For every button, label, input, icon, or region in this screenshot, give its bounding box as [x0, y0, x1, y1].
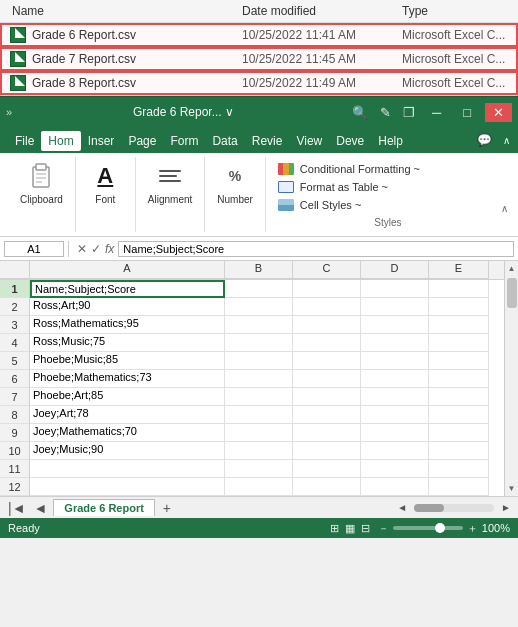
cell-c3[interactable]: [293, 316, 361, 334]
column-name-header[interactable]: Name: [8, 2, 238, 20]
menu-item-data[interactable]: Data: [205, 131, 244, 151]
file-row[interactable]: Grade 6 Report.csv 10/25/2022 11:41 AM M…: [0, 23, 518, 47]
row-number-2[interactable]: 2: [0, 298, 29, 316]
styles-expand-button[interactable]: ∧: [501, 203, 508, 214]
cell-e4[interactable]: [429, 334, 489, 352]
cell-b11[interactable]: [225, 460, 293, 478]
cell-e2[interactable]: [429, 298, 489, 316]
cell-b5[interactable]: [225, 352, 293, 370]
cell-e5[interactable]: [429, 352, 489, 370]
menu-item-view[interactable]: View: [289, 131, 329, 151]
search-icon[interactable]: 🔍: [349, 105, 371, 120]
status-icon-2[interactable]: ▦: [345, 522, 355, 535]
cell-d12[interactable]: [361, 478, 429, 496]
ribbon-collapse-icon[interactable]: ∧: [503, 135, 510, 146]
cell-c8[interactable]: [293, 406, 361, 424]
add-sheet-button[interactable]: +: [157, 500, 177, 516]
cell-styles-button[interactable]: Cell Styles ~: [274, 197, 502, 213]
formula-fx-label[interactable]: fx: [105, 242, 114, 256]
cell-e9[interactable]: [429, 424, 489, 442]
comment-icon[interactable]: 💬: [470, 130, 499, 150]
cell-b7[interactable]: [225, 388, 293, 406]
cell-a5[interactable]: Phoebe;Music;85: [30, 352, 225, 370]
zoom-slider[interactable]: [393, 526, 463, 530]
hscroll-thumb[interactable]: [414, 504, 444, 512]
cell-a8[interactable]: Joey;Art;78: [30, 406, 225, 424]
cell-b1[interactable]: [225, 280, 293, 298]
tab-nav-prev[interactable]: ◄: [30, 500, 52, 516]
cell-b3[interactable]: [225, 316, 293, 334]
zoom-thumb[interactable]: [435, 523, 445, 533]
maximize-button[interactable]: □: [455, 103, 479, 122]
row-number-8[interactable]: 8: [0, 406, 29, 424]
clipboard-button[interactable]: Clipboard: [16, 157, 67, 208]
formula-cross-icon[interactable]: ✕: [77, 242, 87, 256]
format-as-table-button[interactable]: Format as Table ~: [274, 179, 502, 195]
col-header-e[interactable]: E: [429, 261, 489, 279]
cell-c4[interactable]: [293, 334, 361, 352]
row-number-7[interactable]: 7: [0, 388, 29, 406]
restore-icon[interactable]: ❐: [400, 105, 418, 120]
status-icon-1[interactable]: ⊞: [330, 522, 339, 535]
menu-item-revie[interactable]: Revie: [245, 131, 290, 151]
cell-d7[interactable]: [361, 388, 429, 406]
minimize-button[interactable]: ─: [424, 103, 449, 122]
col-header-b[interactable]: B: [225, 261, 293, 279]
vertical-scrollbar[interactable]: ▲ ▼: [504, 261, 518, 496]
cell-d10[interactable]: [361, 442, 429, 460]
cell-b2[interactable]: [225, 298, 293, 316]
row-number-11[interactable]: 11: [0, 460, 29, 478]
close-button[interactable]: ✕: [485, 103, 512, 122]
grade6-report-tab[interactable]: Grade 6 Report: [53, 499, 154, 516]
row-number-9[interactable]: 9: [0, 424, 29, 442]
row-number-3[interactable]: 3: [0, 316, 29, 334]
cell-c11[interactable]: [293, 460, 361, 478]
menu-item-file[interactable]: File: [8, 131, 41, 151]
scroll-up-arrow[interactable]: ▲: [508, 261, 516, 276]
cell-d8[interactable]: [361, 406, 429, 424]
cell-a3[interactable]: Ross;Mathematics;95: [30, 316, 225, 334]
cell-b4[interactable]: [225, 334, 293, 352]
cell-c12[interactable]: [293, 478, 361, 496]
col-header-c[interactable]: C: [293, 261, 361, 279]
hscroll-right[interactable]: ►: [498, 502, 514, 513]
scroll-down-arrow[interactable]: ▼: [508, 481, 516, 496]
alignment-button[interactable]: Alignment: [144, 157, 196, 208]
file-row[interactable]: Grade 8 Report.csv 10/25/2022 11:49 AM M…: [0, 71, 518, 95]
menu-item-inser[interactable]: Inser: [81, 131, 122, 151]
menu-item-page[interactable]: Page: [121, 131, 163, 151]
file-row[interactable]: Grade 7 Report.csv 10/25/2022 11:45 AM M…: [0, 47, 518, 71]
scroll-thumb[interactable]: [507, 278, 517, 308]
cell-d1[interactable]: [361, 280, 429, 298]
row-number-6[interactable]: 6: [0, 370, 29, 388]
cell-a4[interactable]: Ross;Music;75: [30, 334, 225, 352]
cell-c7[interactable]: [293, 388, 361, 406]
menu-item-form[interactable]: Form: [163, 131, 205, 151]
cell-d2[interactable]: [361, 298, 429, 316]
cell-e6[interactable]: [429, 370, 489, 388]
menu-item-help[interactable]: Help: [371, 131, 410, 151]
row-number-5[interactable]: 5: [0, 352, 29, 370]
cell-e10[interactable]: [429, 442, 489, 460]
status-icon-3[interactable]: ⊟: [361, 522, 370, 535]
cell-a10[interactable]: Joey;Music;90: [30, 442, 225, 460]
row-number-12[interactable]: 12: [0, 478, 29, 496]
row-number-1[interactable]: 1: [0, 280, 29, 298]
cell-a1[interactable]: Name;Subject;Score: [30, 280, 225, 298]
font-button[interactable]: A Font: [85, 157, 125, 208]
cell-c10[interactable]: [293, 442, 361, 460]
cell-d5[interactable]: [361, 352, 429, 370]
cell-e8[interactable]: [429, 406, 489, 424]
cell-c9[interactable]: [293, 424, 361, 442]
cell-c6[interactable]: [293, 370, 361, 388]
cell-c1[interactable]: [293, 280, 361, 298]
cell-b9[interactable]: [225, 424, 293, 442]
cell-a2[interactable]: Ross;Art;90: [30, 298, 225, 316]
hscroll-track[interactable]: [414, 504, 494, 512]
hscroll-left[interactable]: ◄: [394, 502, 410, 513]
cell-d11[interactable]: [361, 460, 429, 478]
cell-d3[interactable]: [361, 316, 429, 334]
cell-a11[interactable]: [30, 460, 225, 478]
cell-a12[interactable]: [30, 478, 225, 496]
cell-a6[interactable]: Phoebe;Mathematics;73: [30, 370, 225, 388]
